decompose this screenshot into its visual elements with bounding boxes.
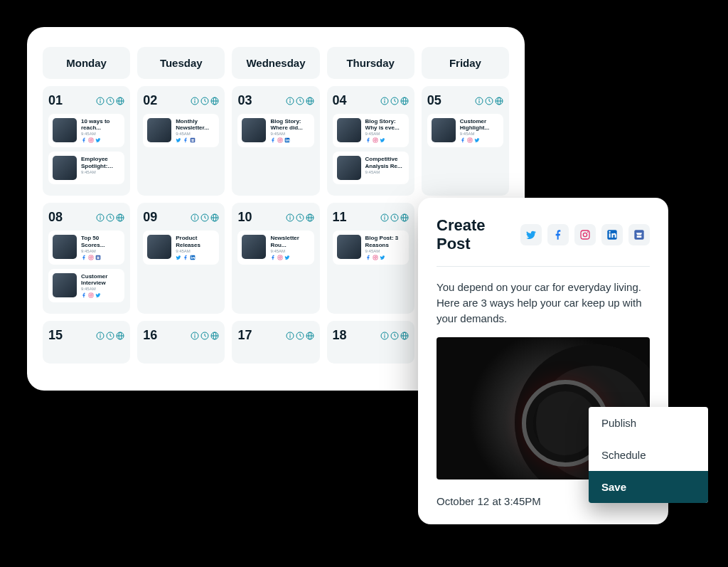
content-card[interactable]: Blog Story: Where did... 9:45AM — [237, 114, 314, 147]
calendar-day-cell[interactable]: 16 — [137, 321, 225, 364]
calendar-day-cell[interactable]: 11 Blog Post: 3 Reasons 9:45AM — [327, 203, 414, 314]
calendar-day-cell[interactable]: 08 Top 50 Scores... 9:45AM Customer Inte… — [43, 203, 130, 314]
globe-icon — [306, 97, 314, 105]
card-time: 9:45AM — [176, 249, 215, 253]
facebook-icon — [460, 137, 466, 143]
clock-icon — [390, 332, 399, 340]
card-time: 9:45AM — [81, 170, 120, 174]
clock-icon — [200, 213, 209, 222]
info-icon — [380, 332, 389, 340]
card-time: 9:45AM — [460, 132, 499, 136]
twitter-icon — [380, 137, 385, 143]
calendar-day-cell[interactable]: 01 10 ways to reach... 9:45AM Employee S… — [43, 86, 130, 196]
instagram-icon — [277, 255, 283, 260]
clock-icon — [296, 97, 304, 105]
network-linkedin-button[interactable] — [601, 224, 623, 245]
menu-item-schedule[interactable]: Schedule — [589, 439, 708, 471]
twitter-icon — [284, 255, 290, 260]
twitter-icon — [474, 137, 480, 143]
card-thumbnail — [242, 235, 266, 259]
info-icon — [191, 97, 199, 105]
calendar-day-cell[interactable]: 09 Product Releases 9:45AM — [137, 203, 225, 314]
globe-icon — [210, 332, 219, 340]
day-number: 02 — [143, 93, 157, 108]
calendar-day-cell[interactable]: 05 Customer Highlight... 9:45AM — [422, 86, 509, 196]
calendar-day-cell[interactable]: 15 — [43, 321, 130, 364]
content-card[interactable]: Customer Highlight... 9:45AM — [427, 114, 503, 147]
menu-item-save[interactable]: Save — [589, 471, 708, 503]
calendar-day-cell[interactable]: 18 — [327, 321, 414, 364]
post-body-text[interactable]: You depend on your car for everyday livi… — [418, 280, 668, 337]
menu-item-publish[interactable]: Publish — [589, 407, 708, 439]
network-twitter-button[interactable] — [520, 224, 542, 245]
day-number: 10 — [237, 210, 252, 225]
card-socials — [460, 137, 499, 143]
calendar-day-cell[interactable]: 17 — [232, 321, 319, 364]
content-card[interactable]: Competitive Analysis Re... 9:45AM — [333, 152, 409, 184]
globe-icon — [306, 213, 314, 222]
instagram-icon — [88, 137, 94, 143]
content-card[interactable]: Employee Spotlight: Tina Marie. 9:45AM — [48, 152, 124, 184]
info-icon — [96, 332, 105, 340]
card-thumbnail — [53, 273, 77, 297]
card-title: Blog Story: Where did... — [270, 118, 309, 131]
clock-icon — [485, 97, 493, 105]
calendar-day-cell[interactable]: 03 Blog Story: Where did... 9:45AM — [232, 86, 319, 196]
content-card[interactable]: Product Releases 9:45AM — [143, 230, 219, 264]
calendar-day-cell[interactable]: 04 Blog Story: Why is eve... 9:45AM Comp… — [327, 86, 414, 196]
day-status-icons — [96, 332, 124, 340]
network-selector — [520, 224, 650, 245]
info-icon — [380, 213, 389, 222]
day-status-icons — [286, 97, 314, 105]
content-card[interactable]: 10 ways to reach... 9:45AM — [48, 114, 124, 147]
day-status-icons — [380, 97, 409, 105]
card-title: Employee Spotlight: Tina Marie. — [81, 156, 120, 169]
card-title: 10 ways to reach... — [81, 118, 120, 131]
twitter-icon — [176, 255, 181, 260]
day-status-icons — [286, 332, 314, 340]
network-instagram-button[interactable] — [574, 224, 596, 245]
content-card[interactable]: Newsletter Rou... 9:45AM — [237, 230, 314, 264]
instagram-icon — [88, 255, 94, 260]
card-time: 9:45AM — [270, 249, 309, 253]
globe-icon — [306, 332, 314, 340]
day-status-icons — [380, 332, 409, 340]
calendar-day-cell[interactable]: 02 Monthly Newsletter... 9:45AM — [137, 86, 225, 196]
globe-icon — [400, 97, 409, 105]
day-status-icons — [191, 97, 219, 105]
card-thumbnail — [53, 118, 77, 142]
day-status-icons — [286, 213, 314, 222]
clock-icon — [390, 97, 399, 105]
card-socials — [81, 137, 120, 143]
content-card[interactable]: Blog Story: Why is eve... 9:45AM — [333, 114, 409, 147]
day-number: 16 — [143, 328, 157, 343]
card-title: Competitive Analysis Re... — [365, 156, 405, 169]
globe-icon — [495, 97, 503, 105]
linkedin-icon — [284, 137, 290, 143]
content-card[interactable]: Customer Interview 9:45AM — [48, 269, 124, 302]
network-gbp-button[interactable] — [628, 224, 650, 245]
card-time: 9:45AM — [176, 132, 215, 136]
card-title: Newsletter Rou... — [270, 235, 309, 248]
content-card[interactable]: Monthly Newsletter... 9:45AM — [143, 114, 219, 147]
info-icon — [286, 332, 294, 340]
day-number: 04 — [333, 93, 347, 108]
content-card[interactable]: Blog Post: 3 Reasons 9:45AM — [333, 230, 409, 264]
card-socials — [176, 255, 215, 260]
facebook-icon — [81, 255, 87, 260]
content-card[interactable]: Top 50 Scores... 9:45AM — [48, 230, 124, 264]
calendar-day-cell[interactable]: 10 Newsletter Rou... 9:45AM — [232, 203, 319, 314]
network-facebook-button[interactable] — [547, 224, 569, 245]
instagram-icon — [467, 137, 473, 143]
day-number: 09 — [143, 210, 157, 225]
day-status-icons — [96, 97, 124, 105]
action-menu: PublishScheduleSave — [589, 407, 708, 503]
twitter-icon — [95, 137, 101, 143]
card-thumbnail — [337, 118, 361, 142]
day-status-icons — [475, 97, 503, 105]
day-number: 11 — [333, 210, 347, 225]
facebook-icon — [81, 137, 87, 143]
info-icon — [286, 97, 294, 105]
clock-icon — [106, 213, 114, 222]
instagram-icon — [277, 137, 283, 143]
